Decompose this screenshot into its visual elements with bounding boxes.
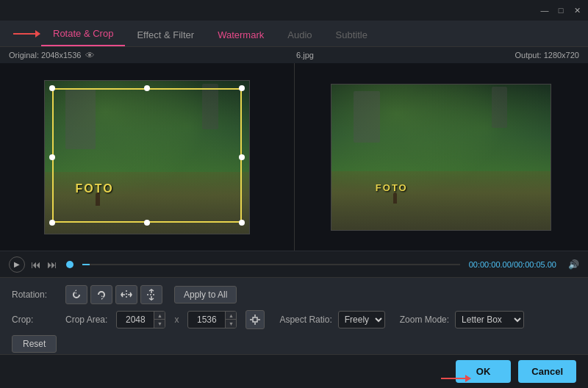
crop-height-down-button[interactable]: ▼ [226, 320, 236, 328]
crop-width-input[interactable] [117, 315, 154, 325]
ok-button[interactable]: OK [456, 360, 512, 383]
info-row: Original: 2048x1536 👁 6.jpg Output: 1280… [0, 47, 588, 63]
play-button[interactable]: ▶ [9, 256, 25, 273]
current-time: 00:00:00.00 [469, 260, 512, 269]
rotate-cw-button[interactable] [90, 285, 112, 304]
title-bar: — □ ✕ [0, 0, 588, 21]
tab-effect-filter[interactable]: Effect & Filter [125, 24, 206, 46]
volume-icon[interactable]: 🔊 [568, 259, 579, 270]
tabs-row: Rotate & Crop Effect & Filter Watermark … [0, 21, 588, 47]
flip-v-button[interactable] [140, 285, 162, 304]
zoom-mode-select[interactable]: Letter Box Pan & Scan Full [455, 311, 524, 328]
apply-to-all-button[interactable]: Apply to All [174, 286, 237, 303]
handle-ml[interactable] [49, 154, 55, 160]
aspect-ratio-select[interactable]: Freely 16:9 4:3 1:1 [338, 311, 385, 328]
total-time: 00:00:05.00 [514, 260, 556, 269]
crop-height-input[interactable] [188, 315, 225, 325]
controls-area: Rotation: Apply to All Crop: Crop Area: … [0, 277, 588, 366]
handle-mr[interactable] [239, 154, 245, 160]
reset-row: Reset [12, 335, 576, 353]
reset-button[interactable]: Reset [12, 335, 57, 353]
playback-bar: ▶ ⏮ ⏭ 00:00:00.00/00:00:05.00 🔊 [0, 251, 588, 277]
handle-tm[interactable] [144, 85, 150, 91]
zoom-mode-label: Zoom Mode: [400, 315, 449, 325]
close-button[interactable]: ✕ [572, 5, 582, 15]
step-back-button[interactable]: ⏮ [31, 259, 41, 270]
video-thumb-right: FOTO [331, 84, 551, 231]
handle-bl[interactable] [49, 220, 55, 226]
action-bar: OK Cancel [0, 354, 588, 388]
svg-rect-6 [253, 317, 257, 322]
maximize-button[interactable]: □ [556, 5, 566, 15]
preview-left: FOTO [0, 63, 294, 251]
tab-subtitle[interactable]: Subtitle [324, 24, 379, 46]
output-size: Output: 1280x720 [515, 51, 579, 60]
original-size: Original: 2048x1536 [9, 51, 81, 60]
rotation-buttons [65, 285, 162, 304]
crop-center-button[interactable] [245, 310, 265, 329]
progress-bar[interactable] [82, 264, 460, 265]
handle-tr[interactable] [239, 85, 245, 91]
aspect-ratio-label: Aspect Ratio: [279, 315, 331, 325]
rotate-ccw-button[interactable] [65, 285, 87, 304]
crop-area-label: Crop Area: [65, 315, 107, 325]
crop-width-up-button[interactable]: ▲ [154, 312, 165, 320]
rotation-row: Rotation: Apply to All [12, 285, 576, 304]
rotation-label: Rotation: [12, 290, 60, 300]
eye-icon[interactable]: 👁 [85, 50, 95, 61]
time-display: 00:00:00.00/00:00:05.00 [469, 260, 556, 269]
step-forward-button[interactable]: ⏭ [47, 259, 57, 270]
handle-bm[interactable] [144, 220, 150, 226]
filename: 6.jpg [296, 51, 314, 60]
video-thumb-left: FOTO [44, 80, 250, 234]
tab-watermark[interactable]: Watermark [206, 24, 276, 46]
minimize-button[interactable]: — [539, 5, 550, 15]
cancel-button[interactable]: Cancel [518, 360, 576, 383]
crop-row: Crop: Crop Area: ▲ ▼ x ▲ ▼ Aspect Ratio:… [12, 310, 576, 329]
preview-right: FOTO [295, 63, 589, 251]
crop-height-up-button[interactable]: ▲ [226, 312, 236, 320]
progress-fill [82, 264, 90, 265]
tab-rotate-crop[interactable]: Rotate & Crop [41, 22, 125, 46]
handle-br[interactable] [239, 220, 245, 226]
crop-overlay[interactable] [52, 88, 242, 223]
crop-width-down-button[interactable]: ▼ [154, 320, 165, 328]
tab-audio[interactable]: Audio [276, 24, 323, 46]
handle-tl[interactable] [49, 85, 55, 91]
crop-label: Crop: [12, 315, 60, 325]
x-separator: x [174, 315, 179, 325]
crop-width-input-group: ▲ ▼ [116, 311, 165, 328]
crop-height-input-group: ▲ ▼ [187, 311, 237, 328]
flip-h-button[interactable] [115, 285, 137, 304]
progress-indicator [66, 261, 74, 268]
preview-area: FOTO FOTO [0, 63, 588, 251]
